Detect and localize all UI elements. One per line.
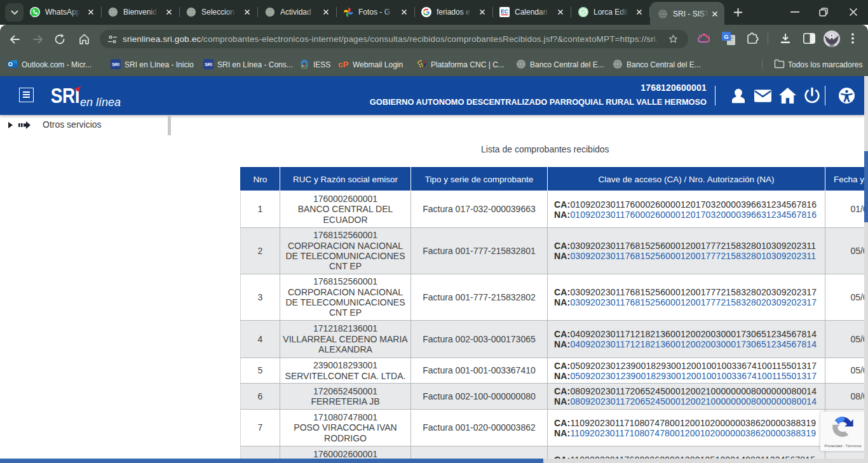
svg-text:G: G bbox=[724, 33, 728, 40]
svg-text:SRI: SRI bbox=[112, 62, 119, 67]
svg-text:cP: cP bbox=[339, 60, 349, 69]
svg-text:SRI: SRI bbox=[205, 62, 212, 67]
svg-text:EC: EC bbox=[501, 8, 508, 15]
svg-text:SRI: SRI bbox=[51, 83, 79, 107]
svg-text:en línea: en línea bbox=[80, 96, 121, 109]
